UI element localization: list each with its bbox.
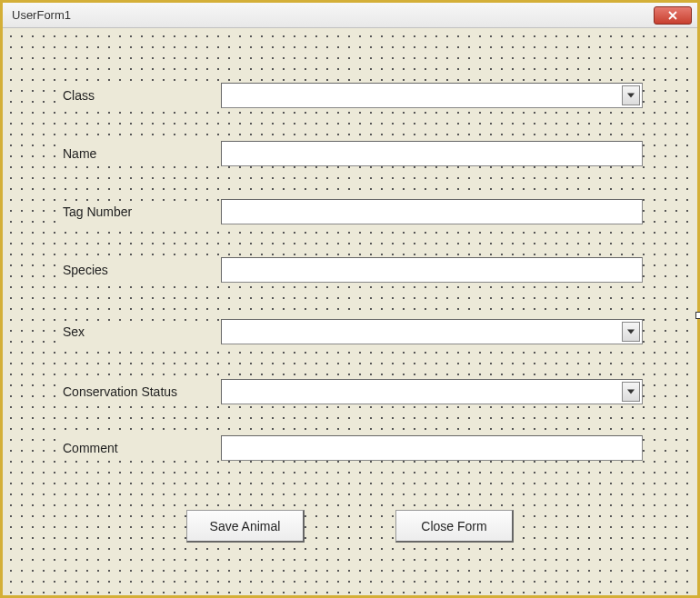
textbox-comment[interactable] [221, 435, 643, 461]
field-row-conservation-status: Conservation Status [57, 379, 643, 404]
chevron-down-icon [627, 93, 635, 98]
dropdown-button-sex[interactable] [622, 322, 640, 342]
label-conservation-status: Conservation Status [57, 381, 221, 403]
chevron-down-icon [627, 389, 635, 394]
label-sex: Sex [57, 321, 221, 343]
userform-window: UserForm1 Class Name Tag Number Species [0, 0, 700, 598]
combobox-class[interactable] [221, 83, 643, 108]
field-row-class: Class [57, 83, 643, 108]
field-row-name: Name [57, 141, 643, 166]
textbox-species[interactable] [221, 257, 643, 283]
field-row-species: Species [57, 257, 643, 283]
label-name: Name [57, 143, 221, 164]
save-animal-button[interactable]: Save Animal [186, 510, 305, 543]
label-class: Class [57, 85, 221, 106]
label-comment: Comment [57, 437, 221, 459]
dropdown-button-conservation-status[interactable] [622, 382, 640, 402]
combobox-sex[interactable] [221, 319, 643, 344]
close-icon [668, 11, 677, 20]
textbox-tag-number[interactable] [221, 199, 643, 224]
window-title: UserForm1 [12, 8, 71, 22]
combobox-conservation-status[interactable] [221, 379, 643, 404]
dropdown-button-class[interactable] [622, 85, 640, 105]
form-designer-surface[interactable]: Class Name Tag Number Species Sex [3, 28, 697, 595]
window-close-button[interactable] [654, 6, 692, 25]
field-row-comment: Comment [57, 435, 643, 461]
close-form-button[interactable]: Close Form [395, 510, 514, 543]
label-species: Species [57, 259, 221, 281]
label-tag-number: Tag Number [57, 201, 221, 223]
titlebar: UserForm1 [3, 3, 697, 28]
field-row-sex: Sex [57, 319, 643, 344]
button-row: Save Animal Close Form [3, 510, 697, 543]
chevron-down-icon [627, 329, 635, 334]
resize-handle-right[interactable] [695, 312, 700, 319]
textbox-name[interactable] [221, 141, 643, 166]
field-row-tag-number: Tag Number [57, 199, 643, 224]
